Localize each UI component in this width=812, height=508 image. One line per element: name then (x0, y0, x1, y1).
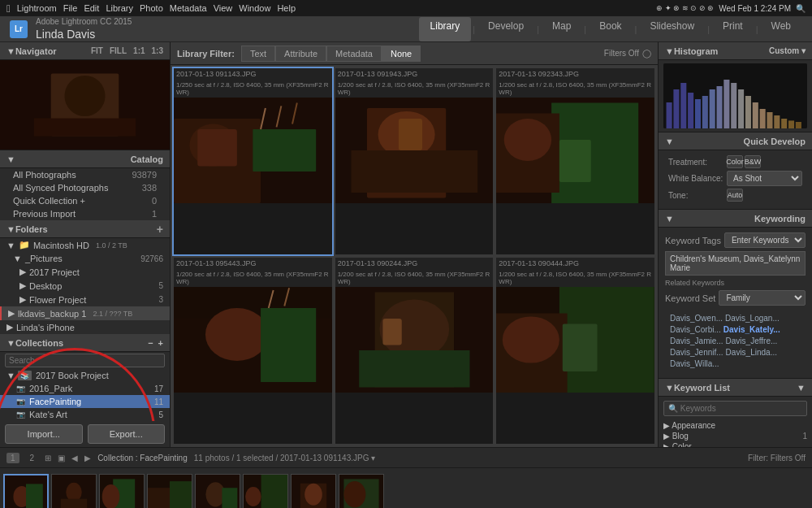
tab-web[interactable]: Web (760, 17, 802, 41)
folder-flower-project[interactable]: ▶ Flower Project 3 (0, 293, 170, 306)
search-icon[interactable]: 🔍 (796, 4, 806, 13)
keyword-set-select[interactable]: Family (719, 290, 806, 306)
keyword-list-add-icon[interactable]: ▼ (797, 383, 806, 393)
app-menu-help[interactable]: Help (277, 3, 296, 13)
photo-cell-3[interactable]: 2017-01-13 092343.JPG 1/200 sec at f / 2… (496, 68, 654, 254)
photo-cell-5[interactable]: 2017-01-13 090244.JPG 1/200 sec at f / 2… (335, 258, 494, 444)
keyword-list-header[interactable]: ▼ Keyword List ▼ (659, 379, 812, 397)
tab-map[interactable]: Map (541, 17, 582, 41)
keyword-search-input[interactable] (663, 401, 807, 416)
tab-develop[interactable]: Develop (477, 17, 535, 41)
nav-1to1[interactable]: 1:1 (133, 46, 145, 55)
grid-view-icon[interactable]: ⊞ (45, 454, 51, 462)
collection-kates-art[interactable]: 📷 Kate's Art 5 (0, 408, 170, 421)
filmstrip-thumb-5[interactable] (195, 474, 240, 509)
collection-search[interactable] (0, 352, 170, 369)
tab-slideshow[interactable]: Slideshow (638, 17, 706, 41)
histogram-custom-select[interactable]: Custom ▾ (769, 46, 806, 55)
app-menu-lightroom[interactable]: Lightroom (17, 3, 57, 13)
filter-tab-none[interactable]: None (382, 46, 421, 62)
page-num-2[interactable]: 2 (26, 453, 39, 463)
photo-cell-6[interactable]: 2017-01-13 090444.JPG 1/200 sec at f / 2… (496, 258, 654, 444)
import-button[interactable]: Import... (5, 424, 83, 444)
apple-menu[interactable]:  (6, 2, 11, 15)
folder-macintosh-hd[interactable]: ▼ 📁 Macintosh HD 1.0 / 2 TB (0, 238, 170, 252)
qd-bw-button[interactable]: B&W (745, 155, 761, 168)
filmstrip-thumb-4[interactable] (147, 474, 192, 509)
next-button[interactable]: ▶ (84, 454, 91, 462)
kw-suggestion-4[interactable]: Davis_Jamie... (670, 336, 723, 345)
folders-header[interactable]: ▼ Folders + (0, 220, 170, 238)
kw-suggestion-2[interactable]: Davis_Corbi... (670, 325, 721, 334)
tab-book[interactable]: Book (588, 17, 633, 41)
collection-face-painting[interactable]: 📷 FacePainting 11 (0, 395, 170, 408)
catalog-header[interactable]: ▼ Catalog (0, 150, 170, 168)
collections-search-input[interactable] (5, 354, 165, 367)
photo-cell-2[interactable]: 2017-01-13 091943.JPG 1/200 sec at f / 2… (335, 68, 494, 254)
qd-color-button[interactable]: Color (727, 155, 743, 168)
keyword-blog[interactable]: ▶ Blog1 (659, 431, 812, 441)
kw-suggestion-1[interactable]: Davis_Logan... (725, 314, 780, 323)
nav-fill[interactable]: FILL (110, 46, 127, 55)
kw-suggestion-3[interactable]: Davis_Kately... (723, 325, 780, 334)
filmstrip-thumb-1[interactable] (3, 474, 49, 509)
app-menu-window[interactable]: Window (239, 3, 270, 13)
app-menu-library[interactable]: Library (106, 3, 133, 13)
catalog-all-photos[interactable]: All Photographs93879 (0, 168, 170, 181)
keyword-tags-mode-select[interactable]: Enter Keywords (724, 232, 806, 248)
filmstrip-thumb-6[interactable] (243, 474, 288, 509)
kw-suggestion-8[interactable]: Davis_Willa... (670, 359, 719, 368)
filmstrip-thumb-7[interactable] (291, 474, 336, 509)
collection-list: ▼ 📚 2017 Book Project 📷 2016_Park 17 📷 F… (0, 352, 170, 421)
filmstrip-thumb-3[interactable] (99, 474, 145, 509)
catalog-synced[interactable]: All Synced Photographs338 (0, 181, 170, 194)
folder-desktop[interactable]: ▶ Desktop 5 (0, 279, 170, 293)
kw-suggestion-6[interactable]: Davis_Jennif... (670, 348, 723, 357)
collection-2017-book[interactable]: ▼ 📚 2017 Book Project (0, 369, 170, 382)
keyword-tags-input[interactable]: Children's Museum, Davis_Katelynn Marie (665, 251, 806, 276)
photo-cell-4[interactable]: 2017-01-13 095443.JPG 1/200 sec at f / 2… (174, 258, 332, 444)
quick-develop-header[interactable]: ▼ Quick Develop (659, 132, 812, 150)
filmstrip-thumb-2[interactable] (51, 474, 97, 509)
collection-2016-park[interactable]: 📷 2016_Park 17 (0, 382, 170, 395)
app-menu-metadata[interactable]: Metadata (170, 3, 207, 13)
filter-toggle-icon[interactable]: ◯ (642, 49, 651, 58)
qd-tone-auto-button[interactable]: Auto (727, 189, 743, 202)
folder-backup[interactable]: ▶ lkdavis_backup 1 2.1 / ??? TB (0, 306, 170, 320)
page-num-1[interactable]: 1 (6, 453, 19, 463)
loupe-view-icon[interactable]: ▣ (58, 454, 65, 462)
collections-minus-button[interactable]: − (148, 338, 153, 348)
filter-tab-text[interactable]: Text (241, 46, 275, 62)
prev-button[interactable]: ◀ (71, 454, 78, 462)
collections-add-button[interactable]: + (158, 338, 163, 348)
folder-2017-project[interactable]: ▶ 2017 Project (0, 265, 170, 279)
filter-tab-metadata[interactable]: Metadata (326, 46, 382, 62)
app-menu-file[interactable]: File (63, 3, 78, 13)
app-menu-edit[interactable]: Edit (84, 3, 99, 13)
export-button[interactable]: Export... (88, 424, 166, 444)
tab-print[interactable]: Print (711, 17, 754, 41)
nav-zoom[interactable]: 1:3 (152, 46, 163, 55)
filmstrip-thumb-8[interactable] (339, 474, 384, 509)
catalog-quick-collection[interactable]: Quick Collection +0 (0, 194, 170, 207)
qd-wb-select[interactable]: As Shot Auto (727, 171, 802, 186)
navigator-header[interactable]: ▼ Navigator FIT FILL 1:1 1:3 (0, 42, 170, 60)
folder-pictures[interactable]: ▼ _Pictures 92766 (0, 252, 170, 265)
kw-suggestion-7[interactable]: Davis_Linda... (726, 348, 777, 357)
tab-library[interactable]: Library (419, 17, 472, 41)
app-menu-photo[interactable]: Photo (140, 3, 163, 13)
keyword-color[interactable]: ▶ Color (659, 441, 812, 447)
folder-iphone[interactable]: ▶ Linda's iPhone (0, 320, 170, 334)
histogram-header[interactable]: ▼ Histogram Custom ▾ (659, 42, 812, 60)
folders-add-button[interactable]: + (157, 224, 163, 235)
keyword-appearance[interactable]: ▶ Appearance (659, 420, 812, 431)
app-menu-view[interactable]: View (214, 3, 233, 13)
filter-tab-attribute[interactable]: Attribute (275, 46, 326, 62)
kw-suggestion-5[interactable]: Davis_Jeffre... (726, 336, 778, 345)
keywording-header[interactable]: ▼ Keywording (659, 210, 812, 228)
photo-cell-1[interactable]: 2017-01-13 091143.JPG 1/250 sec at f / 2… (174, 68, 332, 254)
kw-suggestion-0[interactable]: Davis_Owen... (670, 314, 723, 323)
nav-fit[interactable]: FIT (91, 46, 103, 55)
catalog-previous-import[interactable]: Previous Import1 (0, 207, 170, 220)
collections-header[interactable]: ▼ Collections − + (0, 334, 170, 352)
